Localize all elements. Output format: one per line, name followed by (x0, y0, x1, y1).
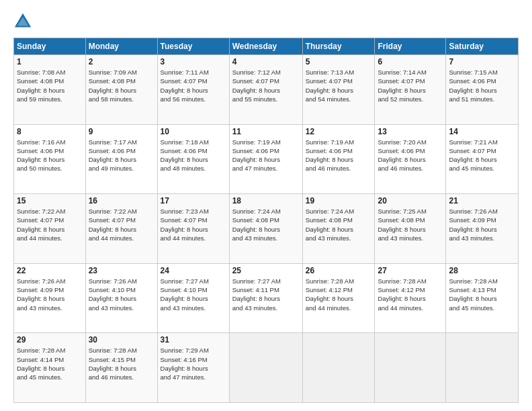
day-info: Sunrise: 7:28 AM Sunset: 4:13 PM Dayligh… (449, 277, 515, 312)
calendar-cell: 5Sunrise: 7:13 AM Sunset: 4:07 PM Daylig… (302, 55, 375, 125)
calendar-cell: 9Sunrise: 7:17 AM Sunset: 4:06 PM Daylig… (85, 124, 157, 194)
calendar-cell: 2Sunrise: 7:09 AM Sunset: 4:08 PM Daylig… (85, 55, 157, 125)
day-number: 6 (378, 57, 443, 66)
calendar-week-row: 8Sunrise: 7:16 AM Sunset: 4:06 PM Daylig… (14, 124, 519, 194)
day-number: 7 (449, 57, 515, 66)
calendar-header-row: SundayMondayTuesdayWednesdayThursdayFrid… (14, 38, 519, 55)
day-info: Sunrise: 7:19 AM Sunset: 4:06 PM Dayligh… (306, 138, 372, 173)
day-number: 29 (17, 335, 83, 345)
day-info: Sunrise: 7:23 AM Sunset: 4:07 PM Dayligh… (161, 207, 226, 242)
day-number: 14 (449, 127, 515, 136)
calendar-day-header: Thursday (302, 38, 375, 55)
day-number: 8 (17, 127, 83, 136)
day-number: 22 (17, 266, 83, 275)
calendar-cell (446, 333, 519, 403)
calendar-cell: 31Sunrise: 7:29 AM Sunset: 4:16 PM Dayli… (157, 333, 229, 403)
day-info: Sunrise: 7:25 AM Sunset: 4:08 PM Dayligh… (378, 207, 443, 242)
day-info: Sunrise: 7:26 AM Sunset: 4:09 PM Dayligh… (449, 207, 515, 242)
calendar-cell: 18Sunrise: 7:24 AM Sunset: 4:08 PM Dayli… (229, 194, 302, 264)
day-info: Sunrise: 7:28 AM Sunset: 4:12 PM Dayligh… (378, 277, 443, 312)
logo (13, 12, 36, 31)
calendar-day-header: Wednesday (229, 38, 302, 55)
calendar-cell: 14Sunrise: 7:21 AM Sunset: 4:07 PM Dayli… (446, 124, 519, 194)
calendar-day-header: Sunday (14, 38, 86, 55)
day-info: Sunrise: 7:13 AM Sunset: 4:07 PM Dayligh… (306, 68, 372, 103)
calendar-cell (229, 333, 302, 403)
day-info: Sunrise: 7:20 AM Sunset: 4:06 PM Dayligh… (378, 138, 443, 173)
day-info: Sunrise: 7:21 AM Sunset: 4:07 PM Dayligh… (449, 138, 515, 173)
calendar-cell: 26Sunrise: 7:28 AM Sunset: 4:12 PM Dayli… (302, 263, 375, 333)
calendar-cell (375, 333, 446, 403)
day-info: Sunrise: 7:26 AM Sunset: 4:10 PM Dayligh… (89, 277, 154, 312)
day-number: 18 (232, 196, 300, 205)
day-info: Sunrise: 7:22 AM Sunset: 4:07 PM Dayligh… (89, 207, 154, 242)
day-info: Sunrise: 7:24 AM Sunset: 4:08 PM Dayligh… (232, 207, 300, 242)
calendar-day-header: Saturday (446, 38, 519, 55)
calendar-week-row: 22Sunrise: 7:26 AM Sunset: 4:09 PM Dayli… (14, 263, 519, 333)
page: SundayMondayTuesdayWednesdayThursdayFrid… (0, 0, 532, 411)
calendar-cell: 15Sunrise: 7:22 AM Sunset: 4:07 PM Dayli… (14, 194, 86, 264)
day-number: 10 (161, 127, 226, 136)
day-number: 27 (378, 266, 443, 275)
calendar-cell: 8Sunrise: 7:16 AM Sunset: 4:06 PM Daylig… (14, 124, 86, 194)
day-info: Sunrise: 7:16 AM Sunset: 4:06 PM Dayligh… (17, 138, 83, 173)
calendar-cell (302, 333, 375, 403)
calendar-cell: 19Sunrise: 7:24 AM Sunset: 4:08 PM Dayli… (302, 194, 375, 264)
day-info: Sunrise: 7:08 AM Sunset: 4:08 PM Dayligh… (17, 68, 83, 103)
day-info: Sunrise: 7:11 AM Sunset: 4:07 PM Dayligh… (161, 68, 226, 103)
calendar-cell: 28Sunrise: 7:28 AM Sunset: 4:13 PM Dayli… (446, 263, 519, 333)
day-info: Sunrise: 7:17 AM Sunset: 4:06 PM Dayligh… (89, 138, 154, 173)
header (13, 12, 519, 31)
calendar-cell: 3Sunrise: 7:11 AM Sunset: 4:07 PM Daylig… (157, 55, 229, 125)
day-info: Sunrise: 7:26 AM Sunset: 4:09 PM Dayligh… (17, 277, 83, 312)
calendar-day-header: Friday (375, 38, 446, 55)
day-number: 25 (232, 266, 300, 275)
day-info: Sunrise: 7:09 AM Sunset: 4:08 PM Dayligh… (89, 68, 154, 103)
day-info: Sunrise: 7:19 AM Sunset: 4:06 PM Dayligh… (232, 138, 300, 173)
day-info: Sunrise: 7:29 AM Sunset: 4:16 PM Dayligh… (161, 346, 226, 381)
day-number: 21 (449, 196, 515, 205)
day-number: 12 (306, 127, 372, 136)
day-number: 19 (306, 196, 372, 205)
day-number: 28 (449, 266, 515, 275)
calendar-cell: 7Sunrise: 7:15 AM Sunset: 4:06 PM Daylig… (446, 55, 519, 125)
day-info: Sunrise: 7:15 AM Sunset: 4:06 PM Dayligh… (449, 68, 515, 103)
calendar-week-row: 29Sunrise: 7:28 AM Sunset: 4:14 PM Dayli… (14, 333, 519, 403)
calendar-cell: 22Sunrise: 7:26 AM Sunset: 4:09 PM Dayli… (14, 263, 86, 333)
day-info: Sunrise: 7:12 AM Sunset: 4:07 PM Dayligh… (232, 68, 300, 103)
day-number: 11 (232, 127, 300, 136)
calendar-cell: 21Sunrise: 7:26 AM Sunset: 4:09 PM Dayli… (446, 194, 519, 264)
day-info: Sunrise: 7:27 AM Sunset: 4:10 PM Dayligh… (161, 277, 226, 312)
day-number: 23 (89, 266, 154, 275)
calendar-day-header: Tuesday (157, 38, 229, 55)
day-number: 13 (378, 127, 443, 136)
calendar-day-header: Monday (85, 38, 157, 55)
day-info: Sunrise: 7:18 AM Sunset: 4:06 PM Dayligh… (161, 138, 226, 173)
calendar-cell: 23Sunrise: 7:26 AM Sunset: 4:10 PM Dayli… (85, 263, 157, 333)
day-info: Sunrise: 7:28 AM Sunset: 4:15 PM Dayligh… (89, 346, 154, 381)
day-number: 24 (161, 266, 226, 275)
calendar-cell: 30Sunrise: 7:28 AM Sunset: 4:15 PM Dayli… (85, 333, 157, 403)
day-number: 15 (17, 196, 83, 205)
calendar-cell: 13Sunrise: 7:20 AM Sunset: 4:06 PM Dayli… (375, 124, 446, 194)
calendar-cell: 6Sunrise: 7:14 AM Sunset: 4:07 PM Daylig… (375, 55, 446, 125)
calendar-cell: 27Sunrise: 7:28 AM Sunset: 4:12 PM Dayli… (375, 263, 446, 333)
calendar-cell: 12Sunrise: 7:19 AM Sunset: 4:06 PM Dayli… (302, 124, 375, 194)
day-info: Sunrise: 7:28 AM Sunset: 4:12 PM Dayligh… (306, 277, 372, 312)
logo-icon (13, 12, 32, 31)
calendar-cell: 4Sunrise: 7:12 AM Sunset: 4:07 PM Daylig… (229, 55, 302, 125)
day-info: Sunrise: 7:24 AM Sunset: 4:08 PM Dayligh… (306, 207, 372, 242)
day-number: 16 (89, 196, 154, 205)
day-info: Sunrise: 7:28 AM Sunset: 4:14 PM Dayligh… (17, 346, 83, 381)
day-number: 5 (306, 57, 372, 66)
day-number: 3 (161, 57, 226, 66)
day-number: 4 (232, 57, 300, 66)
calendar-cell: 29Sunrise: 7:28 AM Sunset: 4:14 PM Dayli… (14, 333, 86, 403)
calendar-cell: 24Sunrise: 7:27 AM Sunset: 4:10 PM Dayli… (157, 263, 229, 333)
calendar-cell: 25Sunrise: 7:27 AM Sunset: 4:11 PM Dayli… (229, 263, 302, 333)
calendar-cell: 10Sunrise: 7:18 AM Sunset: 4:06 PM Dayli… (157, 124, 229, 194)
day-info: Sunrise: 7:14 AM Sunset: 4:07 PM Dayligh… (378, 68, 443, 103)
day-number: 26 (306, 266, 372, 275)
day-number: 9 (89, 127, 154, 136)
day-info: Sunrise: 7:27 AM Sunset: 4:11 PM Dayligh… (232, 277, 300, 312)
